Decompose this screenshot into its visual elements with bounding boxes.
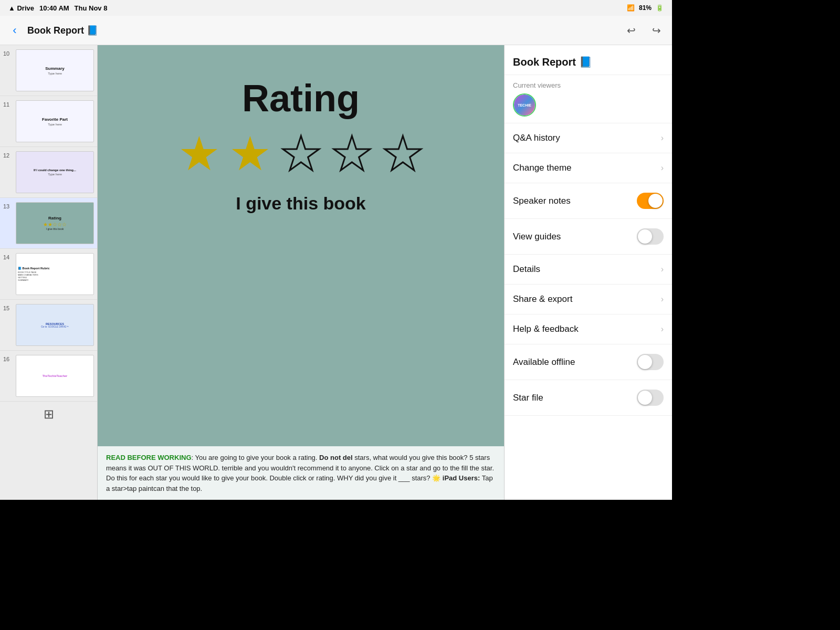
menu-item-view-guides[interactable]: View guides <box>505 219 672 255</box>
star-2[interactable]: ★ <box>229 130 271 177</box>
speaker-notes-toggle[interactable] <box>637 193 664 209</box>
menu-item-change-theme[interactable]: Change theme › <box>505 153 672 183</box>
avatar-text: TECHIE <box>518 103 531 107</box>
avatar-inner: TECHIE <box>514 94 535 116</box>
slide-thumbnail: Summary Type here <box>16 49 94 91</box>
menu-label-share-export: Share & export <box>513 294 661 304</box>
menu-item-help-feedback[interactable]: Help & feedback › <box>505 314 672 344</box>
speaker-notes-toggle-wrap <box>637 193 664 209</box>
stars-row: ★ ★ ★ ★ ★ <box>178 130 424 177</box>
date-label: Thu Nov 8 <box>75 4 108 12</box>
slide-thumb-11[interactable]: 11 Favorite Part Type here <box>0 96 97 147</box>
toggle-knob <box>638 229 652 244</box>
slide-thumbnail: TheTechieTeacher <box>16 355 94 397</box>
slide-thumbnail: RESOURCES Go to: GOOGLE DRIVE™ <box>16 304 94 346</box>
slide-thumb-12[interactable]: 12 If I could change one thing... Type h… <box>0 147 97 198</box>
chevron-icon-share-export: › <box>661 295 664 304</box>
slide-thumb-14[interactable]: 14 📘 Book Report Rubric BOOK TITLE PAGE … <box>0 249 97 300</box>
menu-label-speaker-notes: Speaker notes <box>513 196 637 206</box>
menu-item-qa-history[interactable]: Q&A history › <box>505 123 672 153</box>
slide-thumbnail: If I could change one thing... Type here <box>16 151 94 193</box>
menu-label-change-theme: Change theme <box>513 163 661 173</box>
menu-label-star-file: Star file <box>513 393 637 403</box>
time-label: 10:40 AM <box>39 4 69 12</box>
menu-label-help-feedback: Help & feedback <box>513 324 661 334</box>
menu-label-qa-history: Q&A history <box>513 133 661 143</box>
slide-number: 15 <box>3 305 13 311</box>
menu-item-speaker-notes[interactable]: Speaker notes <box>505 183 672 219</box>
slide-number: 16 <box>3 356 13 362</box>
chevron-icon-change-theme: › <box>661 163 664 173</box>
panel-title: Book Report 📘 <box>505 45 672 75</box>
slide-thumbnail: Favorite Part Type here <box>16 100 94 142</box>
menu-item-share-export[interactable]: Share & export › <box>505 285 672 314</box>
slide-thumb-16[interactable]: 16 TheTechieTeacher <box>0 351 97 402</box>
available-offline-toggle[interactable] <box>637 354 664 370</box>
read-before-label: READ BEFORE WORKING <box>106 454 192 461</box>
star-3[interactable]: ★ <box>280 130 322 177</box>
slide-number: 12 <box>3 152 13 159</box>
menu-label-view-guides: View guides <box>513 232 637 242</box>
add-slide-button[interactable]: ⊞ <box>0 402 97 427</box>
slide-number: 10 <box>3 50 13 57</box>
give-text: I give this book <box>236 193 365 214</box>
battery-icon: 🔋 <box>656 4 664 12</box>
star-5[interactable]: ★ <box>382 130 424 177</box>
star-file-toggle[interactable] <box>637 390 664 406</box>
toggle-knob <box>638 355 652 369</box>
toggle-knob <box>638 391 652 405</box>
slide-thumb-15[interactable]: 15 RESOURCES Go to: GOOGLE DRIVE™ <box>0 300 97 351</box>
viewers-section: Current viewers TECHIE <box>505 75 672 123</box>
star-4[interactable]: ★ <box>331 130 373 177</box>
top-bar: ‹ Book Report 📘 ↩ ↪ <box>0 16 672 45</box>
menu-item-available-offline[interactable]: Available offline <box>505 344 672 380</box>
viewer-avatar: TECHIE <box>513 93 536 117</box>
chevron-icon-details: › <box>661 265 664 274</box>
star-1[interactable]: ★ <box>178 130 220 177</box>
slide-number: 11 <box>3 101 13 108</box>
wifi-icon: 📶 <box>627 4 635 12</box>
slide-thumbnail: Rating ★★☆☆☆ I give this book <box>16 202 94 244</box>
right-panel: Book Report 📘 Current viewers TECHIE Q&A… <box>504 45 672 500</box>
slide-panel: 10 Summary Type here 11 Favorite Part Ty… <box>0 45 98 500</box>
view-guides-toggle-wrap <box>637 228 664 245</box>
slide-thumb-10[interactable]: 10 Summary Type here <box>0 45 97 96</box>
rating-heading: Rating <box>242 77 360 120</box>
view-guides-toggle[interactable] <box>637 228 664 245</box>
bottom-text-area: READ BEFORE WORKING: You are going to gi… <box>98 446 504 500</box>
battery-label: 81% <box>639 4 652 12</box>
slide-number: 14 <box>3 254 13 260</box>
undo-button[interactable]: ↩ <box>622 21 640 40</box>
back-button[interactable]: ‹ <box>6 22 23 39</box>
slide-main: Rating ★ ★ ★ ★ ★ I give this book READ B… <box>98 45 504 500</box>
document-title: Book Report 📘 <box>27 25 622 36</box>
slide-thumb-13[interactable]: 13 Rating ★★☆☆☆ I give this book <box>0 198 97 249</box>
content-area: Rating ★ ★ ★ ★ ★ I give this book READ B… <box>98 45 504 500</box>
available-offline-toggle-wrap <box>637 354 664 370</box>
toggle-knob <box>648 194 663 208</box>
star-file-toggle-wrap <box>637 390 664 406</box>
menu-item-details[interactable]: Details › <box>505 255 672 285</box>
menu-item-star-file[interactable]: Star file <box>505 380 672 416</box>
viewers-label: Current viewers <box>513 81 664 89</box>
status-bar: ▲ Drive 10:40 AM Thu Nov 8 📶 81% 🔋 <box>0 0 672 16</box>
menu-label-details: Details <box>513 264 661 275</box>
main-area: 10 Summary Type here 11 Favorite Part Ty… <box>0 45 672 500</box>
chevron-icon-qa-history: › <box>661 133 664 143</box>
drive-label: ▲ Drive <box>8 4 34 12</box>
slide-number: 13 <box>3 203 13 209</box>
menu-label-available-offline: Available offline <box>513 357 637 368</box>
slide-thumbnail: 📘 Book Report Rubric BOOK TITLE PAGE MAI… <box>16 253 94 295</box>
redo-button[interactable]: ↪ <box>647 21 666 40</box>
chevron-icon-help-feedback: › <box>661 324 664 334</box>
